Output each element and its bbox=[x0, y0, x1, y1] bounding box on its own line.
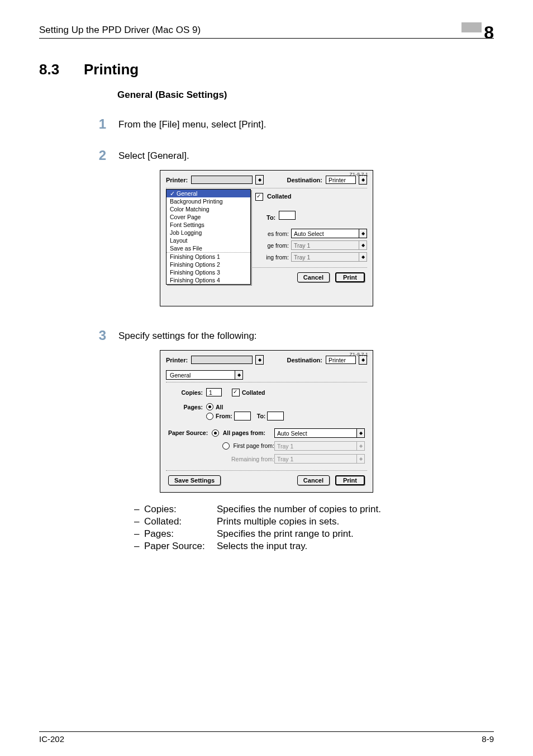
dropdown-arrow-icon: ◆ bbox=[359, 252, 367, 262]
menu-item-finishing-2[interactable]: Finishing Options 2 bbox=[166, 261, 250, 268]
settings-legend: –Copies:Specifies the number of copies t… bbox=[134, 504, 494, 552]
first-page-select: Tray 1 bbox=[274, 441, 357, 451]
chapter-number: 8 bbox=[484, 26, 494, 39]
dropdown-arrow-icon[interactable]: ◆ bbox=[359, 229, 367, 238]
remaining-select: Tray 1 bbox=[291, 252, 359, 262]
collated-label: Collated bbox=[242, 389, 265, 396]
chapter-indicator: 8 bbox=[461, 22, 494, 36]
menu-item-save-as-file[interactable]: Save as File bbox=[166, 244, 250, 252]
legend-key: Copies: bbox=[144, 504, 217, 515]
cancel-button[interactable]: Cancel bbox=[297, 272, 330, 282]
step-text: Specify settings for the following: bbox=[118, 328, 257, 342]
section-heading: 8.3 Printing bbox=[39, 61, 494, 78]
dropdown-arrow-icon[interactable]: ◆ bbox=[255, 175, 264, 185]
dropdown-arrow-icon[interactable]: ◆ bbox=[235, 370, 243, 380]
header-title: Setting Up the PPD Driver (Mac OS 9) bbox=[39, 25, 201, 36]
panel-select[interactable]: General ◆ bbox=[166, 370, 243, 380]
menu-item-cover-page[interactable]: Cover Page bbox=[166, 213, 250, 221]
printer-label: Printer: bbox=[166, 177, 188, 183]
legend-value: Prints multiple copies in sets. bbox=[217, 516, 339, 527]
printer-select[interactable] bbox=[191, 176, 253, 184]
all-pages-radio[interactable] bbox=[212, 429, 219, 437]
menu-item-finishing-3[interactable]: Finishing Options 3 bbox=[166, 268, 250, 276]
dropdown-arrow-icon: ◆ bbox=[356, 454, 365, 464]
legend-key: Pages: bbox=[144, 528, 217, 540]
to-input[interactable] bbox=[267, 412, 284, 420]
ge-from-label: ge from: bbox=[255, 242, 291, 249]
menu-item-background-printing[interactable]: Background Printing bbox=[166, 197, 250, 205]
ing-from-label: ing from: bbox=[255, 254, 291, 261]
legend-key: Paper Source: bbox=[144, 541, 217, 552]
first-page-radio[interactable] bbox=[222, 442, 230, 450]
step-2: 2 Select [General]. bbox=[39, 148, 494, 163]
section-title: Printing bbox=[84, 61, 139, 78]
destination-select[interactable]: Printer bbox=[326, 356, 356, 364]
step-3: 3 Specify settings for the following: bbox=[39, 328, 494, 343]
menu-item-color-matching[interactable]: Color Matching bbox=[166, 205, 250, 213]
first-page-select: Tray 1 bbox=[291, 240, 359, 250]
pages-all-radio[interactable] bbox=[206, 403, 213, 410]
dropdown-arrow-icon: ◆ bbox=[359, 240, 367, 250]
step-number: 1 bbox=[84, 116, 106, 132]
panel-dropdown-menu[interactable]: General Background Printing Color Matchi… bbox=[166, 189, 251, 285]
remaining-label: Remaining from: bbox=[231, 456, 274, 462]
menu-item-job-logging[interactable]: Job Logging bbox=[166, 229, 250, 237]
printer-select[interactable] bbox=[191, 356, 253, 364]
legend-value: Specifies the number of copies to print. bbox=[217, 504, 381, 515]
panel-value: General bbox=[166, 370, 235, 380]
legend-key: Collated: bbox=[144, 516, 217, 527]
section-number: 8.3 bbox=[39, 61, 84, 78]
step-number: 3 bbox=[84, 328, 106, 343]
page-footer: IC-202 8-9 bbox=[39, 731, 494, 744]
menu-item-font-settings[interactable]: Font Settings bbox=[166, 221, 250, 229]
from-input[interactable] bbox=[234, 412, 251, 420]
pages-from-label: From: bbox=[216, 413, 232, 419]
legend-value: Selects the input tray. bbox=[217, 541, 307, 552]
destination-label: Destination: bbox=[287, 357, 322, 363]
collated-checkbox[interactable] bbox=[255, 193, 263, 201]
paper-source-label: Paper Source: bbox=[168, 429, 208, 436]
subsection-title: General (Basic Settings) bbox=[117, 89, 494, 101]
es-from-label: es from: bbox=[255, 230, 291, 237]
dropdown-arrow-icon[interactable]: ◆ bbox=[356, 428, 365, 438]
legend-value: Specifies the print range to print. bbox=[217, 528, 354, 540]
collated-checkbox[interactable] bbox=[232, 389, 240, 396]
printer-label: Printer: bbox=[166, 357, 188, 363]
save-settings-button[interactable]: Save Settings bbox=[168, 475, 221, 485]
footer-left: IC-202 bbox=[39, 734, 64, 744]
copies-label: Copies: bbox=[168, 389, 206, 396]
copies-input[interactable]: 1 bbox=[206, 388, 222, 396]
destination-select[interactable]: Printer bbox=[326, 176, 356, 184]
dropdown-arrow-icon: ◆ bbox=[356, 441, 365, 451]
print-button[interactable]: Print bbox=[335, 272, 365, 282]
all-pages-label: All pages from: bbox=[223, 429, 265, 436]
all-pages-select[interactable]: Auto Select bbox=[274, 428, 357, 438]
all-pages-select[interactable]: Auto Select bbox=[291, 229, 359, 238]
pages-from-radio[interactable] bbox=[206, 413, 213, 420]
step-number: 2 bbox=[84, 148, 106, 163]
pages-label: Pages: bbox=[168, 404, 206, 410]
print-dialog-menu-open: Z1-8.7.1 Printer: ◆ Destination: Printer… bbox=[160, 170, 373, 306]
print-button[interactable]: Print bbox=[335, 475, 365, 485]
chapter-gray-box bbox=[461, 22, 482, 32]
step-1: 1 From the [File] menu, select [Print]. bbox=[39, 116, 494, 132]
step-text: From the [File] menu, select [Print]. bbox=[118, 116, 266, 130]
to-input[interactable] bbox=[279, 211, 296, 220]
to-label: To: bbox=[257, 413, 266, 419]
menu-item-layout[interactable]: Layout bbox=[166, 237, 250, 244]
page-header: Setting Up the PPD Driver (Mac OS 9) 8 bbox=[39, 22, 494, 39]
menu-item-finishing-1[interactable]: Finishing Options 1 bbox=[166, 253, 250, 261]
destination-label: Destination: bbox=[287, 177, 322, 183]
footer-right: 8-9 bbox=[482, 734, 494, 744]
first-page-label: First page from: bbox=[233, 442, 274, 449]
pages-all-label: All bbox=[216, 404, 223, 410]
menu-item-general[interactable]: General bbox=[166, 190, 250, 197]
collated-label: Collated bbox=[267, 193, 291, 200]
cancel-button[interactable]: Cancel bbox=[297, 475, 330, 485]
to-label: To: bbox=[266, 214, 275, 221]
menu-item-finishing-4[interactable]: Finishing Options 4 bbox=[166, 276, 250, 284]
step-text: Select [General]. bbox=[118, 148, 189, 162]
dropdown-arrow-icon[interactable]: ◆ bbox=[255, 355, 264, 365]
print-dialog-general: Z1-8.7.1 Printer: ◆ Destination: Printer… bbox=[160, 350, 373, 493]
remaining-select: Tray 1 bbox=[274, 454, 357, 464]
